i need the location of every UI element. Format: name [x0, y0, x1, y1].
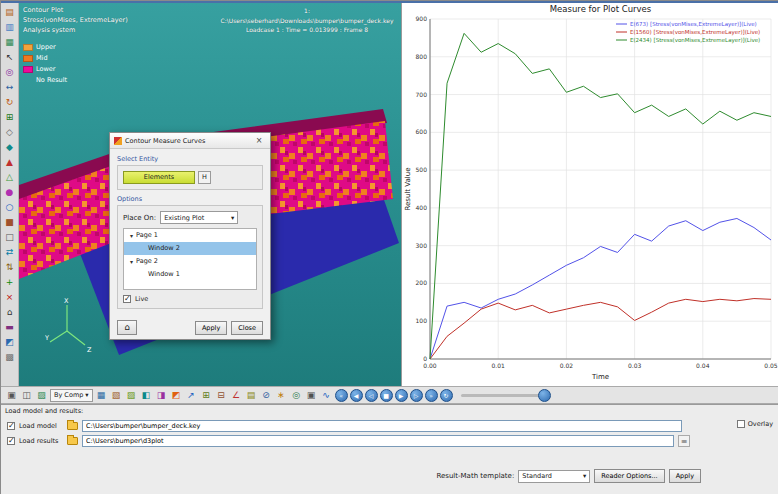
animation-slider-handle[interactable] [538, 389, 551, 402]
entity-toggle-button[interactable]: H [198, 171, 211, 184]
select-cursor-icon[interactable]: ↖ [2, 50, 17, 65]
pan-icon[interactable]: ↔ [2, 80, 17, 95]
page-layout-icon[interactable]: ▣ [5, 389, 18, 402]
result-math-row: Result-Math template: Standard ▾ Reader … [436, 469, 701, 483]
sphere-icon[interactable]: ○ [2, 200, 17, 215]
session-icon[interactable]: ▤ [2, 5, 17, 20]
mesh-icon[interactable]: △ [2, 170, 17, 185]
dialog-apply-button[interactable]: Apply [195, 321, 227, 335]
triad-y-label: Y [45, 334, 49, 342]
tree-item-page1[interactable]: ▾ Page 1 [124, 229, 256, 242]
deformed-shape-icon[interactable]: ⊟ [215, 389, 228, 402]
contour-info-block: Contour Plot Stress(vonMises, ExtremeLay… [23, 6, 128, 35]
svg-text:0.05: 0.05 [764, 362, 778, 369]
results-options-icon[interactable]: ≡ [678, 435, 690, 447]
close-icon[interactable]: × [252, 136, 266, 145]
live-checkbox[interactable] [123, 295, 131, 303]
step-forward-button[interactable]: ▷ [410, 389, 423, 402]
assembly-icon[interactable]: ▧ [110, 389, 123, 402]
rotate-view-icon[interactable]: ↻ [2, 95, 17, 110]
notes-icon[interactable]: ▤ [245, 389, 258, 402]
dialog-close-button[interactable]: Close [231, 321, 263, 335]
flip-icon[interactable]: ⇅ [2, 260, 17, 275]
model-header-block: 1: C:\Users\seberhard\Downloads\bumper\b… [217, 6, 397, 35]
plot-window[interactable]: 01002003004005006007008009000.000.010.02… [401, 3, 778, 386]
save-icon[interactable]: ▦ [2, 35, 17, 50]
remove-icon[interactable]: × [2, 290, 17, 305]
tensor-plot-icon[interactable]: ⊞ [200, 389, 213, 402]
last-frame-button[interactable]: » [425, 389, 438, 402]
result-math-select[interactable]: Standard ▾ [518, 470, 590, 483]
legend-icon[interactable]: ▩ [2, 350, 17, 365]
element-select-icon[interactable]: ▲ [2, 155, 17, 170]
elements-button[interactable]: Elements [123, 171, 195, 184]
load-model-checkbox[interactable] [7, 422, 15, 430]
outline-icon[interactable]: □ [2, 230, 17, 245]
by-comp-select[interactable]: By Comp▾ [50, 389, 93, 402]
contour-icon[interactable]: ◩ [2, 335, 17, 350]
collapse-icon[interactable]: ▾ [130, 229, 133, 242]
loop-button[interactable]: ↻ [440, 389, 453, 402]
view-cube-icon[interactable]: ◧ [140, 389, 153, 402]
play-button[interactable]: ▶ [395, 389, 408, 402]
overlay-checkbox[interactable] [737, 420, 745, 428]
component-icon[interactable]: ▨ [125, 389, 138, 402]
shaded-icon[interactable]: ◆ [2, 140, 17, 155]
iso-view-icon[interactable]: ◨ [155, 389, 168, 402]
tree-item-window1[interactable]: Window 1 [124, 268, 256, 281]
model-folder-icon[interactable] [67, 422, 78, 430]
svg-text:100: 100 [416, 317, 428, 324]
tree-item-window2[interactable]: Window 2 [124, 242, 256, 255]
tree-item-label: Page 1 [136, 229, 158, 242]
step-back-button[interactable]: ◀ [350, 389, 363, 402]
exploded-view-icon[interactable]: ∗ [275, 389, 288, 402]
model-path-text: 1: C:\Users\seberhard\Downloads\bumper\b… [217, 6, 397, 25]
dialog-body: Select Entity Elements H Options Place O… [110, 149, 270, 318]
load-results-checkbox[interactable] [7, 437, 15, 445]
play-reverse-button[interactable]: ◁ [365, 389, 378, 402]
place-on-row: Place On: Existing Plot ▾ [123, 211, 257, 224]
svg-text:0.00: 0.00 [423, 362, 437, 369]
legend-swatch [23, 44, 33, 51]
node-icon[interactable]: ● [2, 185, 17, 200]
svg-text:E(1560) [Stress(vonMises,Extre: E(1560) [Stress(vonMises,ExtremeLayer)](… [630, 29, 760, 36]
color-mode-icon[interactable]: ▨ [35, 389, 48, 402]
results-folder-icon[interactable] [67, 437, 78, 445]
contour-plot-title: Contour Plot [23, 6, 128, 16]
triad-x-label: X [64, 297, 69, 305]
window-layout-icon[interactable]: ◫ [20, 389, 33, 402]
open-file-icon[interactable]: ▥ [2, 20, 17, 35]
svg-text:300: 300 [416, 242, 428, 249]
measure-panel-icon[interactable]: ∠ [230, 389, 243, 402]
section-icon[interactable]: ▬ [2, 320, 17, 335]
vector-plot-icon[interactable]: ↗ [185, 389, 198, 402]
section-cut-icon[interactable]: ⊘ [260, 389, 273, 402]
panel-apply-button[interactable]: Apply [669, 469, 701, 483]
swap-icon[interactable]: ⇄ [2, 245, 17, 260]
zoom-icon[interactable]: ◎ [2, 65, 17, 80]
model-info-icon[interactable]: ▦ [95, 389, 108, 402]
reader-options-button[interactable]: Reader Options... [594, 469, 664, 483]
legend-label: Lower [36, 65, 55, 73]
load-model-path-input[interactable] [82, 420, 682, 432]
home-view-icon[interactable]: ⌂ [2, 305, 17, 320]
home-icon[interactable]: ⌂ [117, 320, 137, 335]
load-results-label: Load results [19, 437, 63, 445]
capture-image-icon[interactable]: ▣ [305, 389, 318, 402]
collapse-icon[interactable]: ▾ [130, 255, 133, 268]
solid-icon[interactable]: ■ [2, 215, 17, 230]
build-plots-icon[interactable]: ∿ [320, 389, 333, 402]
dialog-titlebar[interactable]: Contour Measure Curves × [110, 133, 270, 149]
wireframe-icon[interactable]: ◇ [2, 125, 17, 140]
add-icon[interactable]: + [2, 275, 17, 290]
fit-view-icon[interactable]: ⊞ [2, 110, 17, 125]
contour-panel-icon[interactable]: ◩ [170, 389, 183, 402]
tracking-system-icon[interactable]: ◎ [290, 389, 303, 402]
first-frame-button[interactable]: « [335, 389, 348, 402]
load-results-path-input[interactable] [82, 435, 674, 447]
stop-button[interactable]: ■ [380, 389, 393, 402]
animation-slider[interactable] [461, 394, 545, 397]
options-group: Place On: Existing Plot ▾ ▾ Page 1 Windo… [117, 205, 263, 309]
tree-item-page2[interactable]: ▾ Page 2 [124, 255, 256, 268]
place-on-select[interactable]: Existing Plot ▾ [160, 211, 238, 224]
